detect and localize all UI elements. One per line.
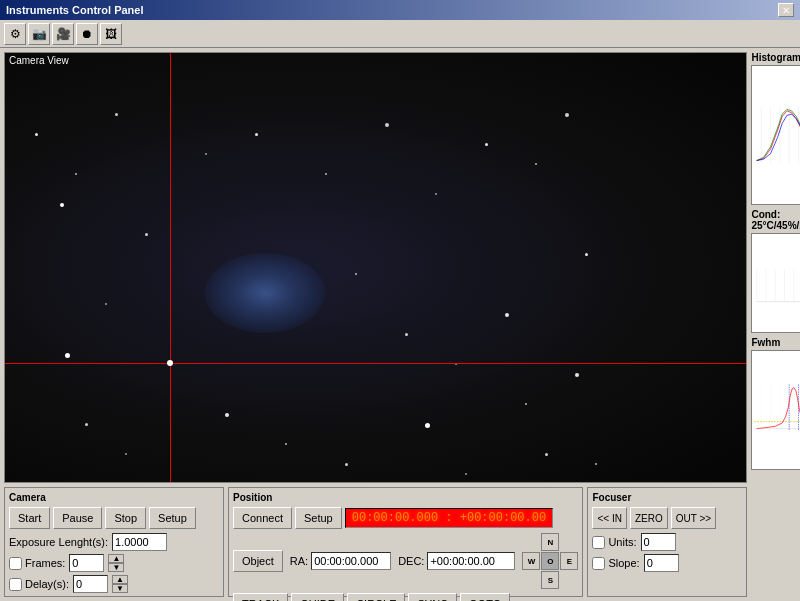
main-content: Camera View xyxy=(0,48,800,601)
focuser-in-button[interactable]: << IN xyxy=(592,507,626,529)
fwhm-title: Fwhm xyxy=(751,337,800,348)
conditions-section: Cond: 25°C/45%/12kmph xyxy=(751,209,800,333)
svg-rect-18 xyxy=(752,382,800,438)
camera-panel: Camera Start Pause Stop Setup Exposure L… xyxy=(4,487,224,597)
right-panel: Histogram xyxy=(751,48,800,601)
slope-checkbox-label: Slope: xyxy=(592,557,639,570)
units-label: Units: xyxy=(608,536,636,548)
connect-button[interactable]: Connect xyxy=(233,507,292,529)
exposure-row: Exposure Lenght(s): xyxy=(9,533,219,551)
crosshair-horizontal xyxy=(5,363,746,364)
focuser-out-button[interactable]: OUT >> xyxy=(671,507,716,529)
compass-w-btn[interactable]: W xyxy=(522,552,540,570)
units-checkbox[interactable] xyxy=(592,536,605,549)
camera-setup-button[interactable]: Setup xyxy=(149,507,196,529)
histogram-section: Histogram xyxy=(751,52,800,205)
guide-button[interactable]: GUIDE xyxy=(291,593,344,601)
position-panel-title: Position xyxy=(233,492,578,503)
circle-button[interactable]: CIRCLE xyxy=(347,593,405,601)
camera-panel-title: Camera xyxy=(9,492,219,503)
fwhm-chart xyxy=(751,350,800,470)
compass: N W O E S xyxy=(522,533,578,589)
position-setup-button[interactable]: Setup xyxy=(295,507,342,529)
units-row: Units: xyxy=(592,533,742,551)
delay-spin-up[interactable]: ▲ xyxy=(112,575,128,584)
frames-checkbox-label: Frames: xyxy=(9,557,65,570)
camera-view-container: Camera View xyxy=(4,52,747,483)
slope-label: Slope: xyxy=(608,557,639,569)
conditions-chart xyxy=(751,233,800,333)
position-panel: Position Connect Setup 00:00:00.000 : +0… xyxy=(228,487,583,597)
focuser-zero-button[interactable]: ZERO xyxy=(630,507,668,529)
delay-spin-down[interactable]: ▼ xyxy=(112,584,128,593)
camera-btn-row: Start Pause Stop Setup xyxy=(9,507,219,529)
dec-label: DEC: xyxy=(398,555,424,567)
conditions-svg xyxy=(752,234,800,332)
units-checkbox-label: Units: xyxy=(592,536,636,549)
left-panel: Camera View xyxy=(0,48,751,601)
histogram-svg xyxy=(752,66,800,204)
object-button[interactable]: Object xyxy=(233,550,283,572)
pause-button[interactable]: Pause xyxy=(53,507,102,529)
window-title: Instruments Control Panel xyxy=(6,4,144,16)
crosshair-dot xyxy=(167,360,173,366)
nebula xyxy=(205,253,325,333)
slope-input[interactable] xyxy=(644,554,679,572)
crosshair-vertical xyxy=(170,53,171,482)
focuser-panel-title: Focuser xyxy=(592,492,742,503)
exposure-input[interactable] xyxy=(112,533,167,551)
histogram-title: Histogram xyxy=(751,52,800,63)
exposure-label: Exposure Lenght(s): xyxy=(9,536,108,548)
settings-toolbar-btn[interactable]: ⚙ xyxy=(4,23,26,45)
frames-label: Frames: xyxy=(25,557,65,569)
delay-input[interactable] xyxy=(73,575,108,593)
focuser-panel: Focuser << IN ZERO OUT >> Units: xyxy=(587,487,747,597)
sync-button[interactable]: SYNC xyxy=(408,593,457,601)
conditions-title: Cond: 25°C/45%/12kmph xyxy=(751,209,800,231)
slope-checkbox[interactable] xyxy=(592,557,605,570)
start-button[interactable]: Start xyxy=(9,507,50,529)
compass-e-btn[interactable]: E xyxy=(560,552,578,570)
toolbar: ⚙ 📷 🎥 ⏺ 🖼 xyxy=(0,20,800,48)
delay-checkbox[interactable] xyxy=(9,578,22,591)
frames-spin-down[interactable]: ▼ xyxy=(108,563,124,572)
fwhm-section: Fwhm xyxy=(751,337,800,470)
frames-checkbox[interactable] xyxy=(9,557,22,570)
units-input[interactable] xyxy=(641,533,676,551)
delay-spinner: ▲ ▼ xyxy=(112,575,128,593)
frames-row: Frames: ▲ ▼ xyxy=(9,554,219,572)
frames-spin-up[interactable]: ▲ xyxy=(108,554,124,563)
frames-spinner: ▲ ▼ xyxy=(108,554,124,572)
record-toolbar-btn[interactable]: ⏺ xyxy=(76,23,98,45)
slope-row: Slope: xyxy=(592,554,742,572)
histogram-chart xyxy=(751,65,800,205)
video-toolbar-btn[interactable]: 🎥 xyxy=(52,23,74,45)
dec-input[interactable] xyxy=(427,552,515,570)
image-toolbar-btn[interactable]: 🖼 xyxy=(100,23,122,45)
frames-input[interactable] xyxy=(69,554,104,572)
fwhm-svg xyxy=(752,351,800,469)
track-button[interactable]: TRACK xyxy=(233,593,288,601)
bottom-panels: Camera Start Pause Stop Setup Exposure L… xyxy=(4,487,747,597)
stop-button[interactable]: Stop xyxy=(105,507,146,529)
delay-checkbox-label: Delay(s): xyxy=(9,578,69,591)
goto-button[interactable]: GOTO xyxy=(460,593,510,601)
led-display: 00:00:00.000 : +00:00:00.00 xyxy=(345,508,553,528)
delay-label: Delay(s): xyxy=(25,578,69,590)
ra-label: RA: xyxy=(290,555,308,567)
camera-image xyxy=(5,53,746,482)
camera-toolbar-btn[interactable]: 📷 xyxy=(28,23,50,45)
delay-row: Delay(s): ▲ ▼ xyxy=(9,575,219,593)
compass-o-btn[interactable]: O xyxy=(541,552,559,570)
close-button[interactable]: ✕ xyxy=(778,3,794,17)
compass-n-btn[interactable]: N xyxy=(541,533,559,551)
ra-input[interactable] xyxy=(311,552,391,570)
focuser-btn-row: << IN ZERO OUT >> xyxy=(592,507,742,529)
compass-s-btn[interactable]: S xyxy=(541,571,559,589)
title-bar: Instruments Control Panel ✕ xyxy=(0,0,800,20)
camera-view-label: Camera View xyxy=(9,55,69,66)
